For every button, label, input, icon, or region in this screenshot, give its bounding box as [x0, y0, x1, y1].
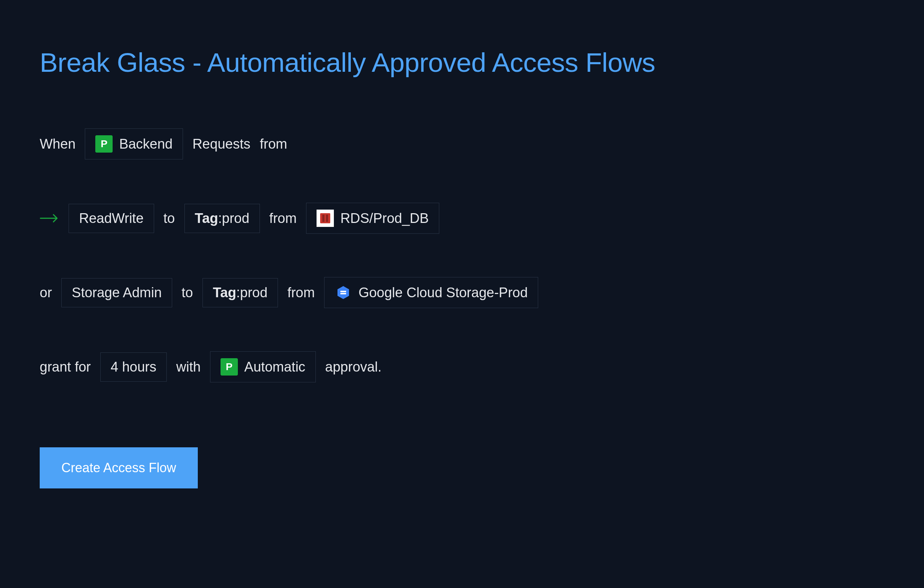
tag-label-2: Tag	[213, 285, 236, 300]
tag-label-1: Tag	[195, 211, 218, 226]
tag-chip-2[interactable]: Tag:prod	[203, 278, 278, 307]
arrow-right-icon	[40, 209, 59, 227]
page-title: Break Glass - Automatically Approved Acc…	[40, 47, 884, 78]
permission-chip-1[interactable]: ReadWrite	[69, 204, 154, 233]
to-label-2: to	[182, 285, 193, 300]
tag-value-2: :prod	[236, 285, 268, 300]
permission-chip-2[interactable]: Storage Admin	[61, 278, 172, 307]
approval-chip[interactable]: P Automatic	[210, 351, 316, 382]
create-access-flow-button[interactable]: Create Access Flow	[40, 447, 198, 488]
svg-rect-0	[320, 213, 330, 223]
svg-rect-1	[322, 215, 325, 222]
resource-name-1: RDS/Prod_DB	[340, 211, 429, 226]
duration-chip[interactable]: 4 hours	[100, 352, 167, 382]
permission-name-2: Storage Admin	[72, 285, 162, 300]
resource-chip-1[interactable]: RDS/Prod_DB	[306, 203, 439, 234]
requester-p-icon: P	[95, 135, 112, 153]
resource-chip-2[interactable]: Google Cloud Storage-Prod	[324, 277, 538, 308]
tag-combined-1: Tag:prod	[195, 211, 249, 226]
when-label: When	[40, 137, 76, 152]
permission-name-1: ReadWrite	[79, 211, 144, 226]
with-label: with	[176, 359, 201, 375]
flow-row-grant: grant for 4 hours with P Automatic appro…	[40, 351, 884, 382]
tag-chip-1[interactable]: Tag:prod	[185, 204, 260, 233]
approval-p-icon: P	[221, 358, 238, 376]
requests-label: Requests	[192, 137, 251, 152]
svg-rect-5	[340, 293, 346, 294]
to-label-1: to	[163, 211, 175, 226]
approval-label: approval.	[325, 359, 381, 375]
svg-marker-3	[337, 286, 349, 299]
svg-rect-4	[340, 291, 346, 292]
rds-icon	[317, 209, 334, 227]
resource-name-2: Google Cloud Storage-Prod	[358, 285, 528, 300]
or-label: or	[40, 285, 52, 300]
duration-value: 4 hours	[111, 359, 157, 375]
approval-type: Automatic	[244, 359, 305, 375]
grant-for-label: grant for	[40, 359, 91, 375]
requester-name: Backend	[119, 137, 173, 152]
tag-combined-2: Tag:prod	[213, 285, 267, 300]
flow-row-requester: When P Backend Requests from	[40, 128, 884, 160]
svg-rect-2	[326, 215, 328, 222]
requester-chip[interactable]: P Backend	[85, 128, 183, 160]
from-label-2: from	[269, 211, 297, 226]
gcs-icon	[335, 284, 352, 301]
from-label-3: from	[287, 285, 315, 300]
flow-row-permission-2: or Storage Admin to Tag:prod from Google…	[40, 277, 884, 308]
from-label-1: from	[260, 137, 287, 152]
flow-row-permission-1: ReadWrite to Tag:prod from RDS/Prod_DB	[40, 203, 884, 234]
tag-value-1: :prod	[218, 211, 249, 226]
